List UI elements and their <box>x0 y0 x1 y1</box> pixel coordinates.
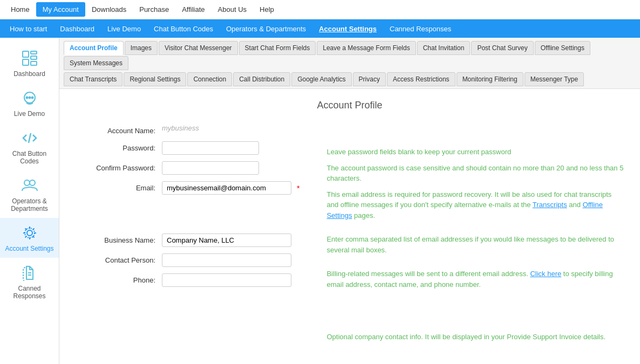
sidebar-label-livedemo: Live Demo <box>14 110 45 118</box>
email-hint-1: This email address is required for passw… <box>326 189 624 221</box>
svg-point-7 <box>29 97 30 99</box>
tab-regional-settings[interactable]: Regional Settings <box>124 72 186 86</box>
password-row: Password: <box>76 141 299 155</box>
required-star: * <box>297 184 299 193</box>
settings-icon <box>20 223 39 243</box>
tab-chat-transcripts[interactable]: Chat Transcripts <box>64 72 122 86</box>
tab-row-2: Chat Transcripts Regional Settings Conne… <box>64 72 636 86</box>
password-label: Password: <box>76 141 162 152</box>
form-title: Account Profile <box>76 100 624 111</box>
top-nav-item-downloads[interactable]: Downloads <box>85 2 133 17</box>
sidebar-item-operators[interactable]: Operators & Departments <box>0 170 59 218</box>
phone-input[interactable] <box>162 273 291 287</box>
contact-person-input[interactable] <box>162 253 291 267</box>
tab-offline-settings[interactable]: Offline Settings <box>535 41 590 55</box>
phone-label: Phone: <box>76 273 162 284</box>
tab-images[interactable]: Images <box>125 41 158 55</box>
contact-person-label: Contact Person: <box>76 253 162 264</box>
sidebar-label-chatbuttoncodes: Chat Button Codes <box>3 150 56 165</box>
code-icon <box>20 128 39 148</box>
top-nav-item-purchase[interactable]: Purchase <box>133 2 175 17</box>
tab-post-chat[interactable]: Post Chat Survey <box>471 41 533 55</box>
tab-account-profile[interactable]: Account Profile <box>64 41 124 55</box>
main-layout: Dashboard Live Demo <box>0 38 640 364</box>
contact-person-input-area <box>162 253 291 267</box>
account-name-input-area: mybusiness <box>162 124 199 132</box>
svg-point-6 <box>26 97 28 99</box>
form-left: Account Name: mybusiness Password: <box>76 124 299 293</box>
second-nav: How to start Dashboard Live Demo Chat Bu… <box>0 19 640 38</box>
confirm-password-input-area <box>162 161 259 175</box>
sidebar-item-chatbuttoncodes[interactable]: Chat Button Codes <box>0 123 59 170</box>
email-pages: pages. <box>354 211 375 219</box>
email-input[interactable] <box>162 181 291 195</box>
email-and: and <box>569 201 581 209</box>
business-name-label: Business Name: <box>76 233 162 244</box>
svg-point-8 <box>31 97 33 99</box>
sidebar-item-livedemo[interactable]: Live Demo <box>0 83 59 123</box>
sidebar-item-cannedresponses[interactable]: Canned Responses <box>0 258 59 305</box>
svg-line-9 <box>29 133 31 143</box>
top-nav-item-home[interactable]: Home <box>4 2 36 17</box>
contact-person-row: Contact Person: <box>76 253 299 267</box>
content-area: Account Profile Images Visitor Chat Mess… <box>59 38 640 364</box>
password-info: Leave password fields blank to keep your… <box>326 147 624 184</box>
business-name-input[interactable] <box>162 233 291 247</box>
second-nav-accountsettings[interactable]: Account Settings <box>314 23 382 35</box>
svg-point-11 <box>30 180 35 186</box>
chat-icon <box>20 88 39 108</box>
email-input-area: * <box>162 181 299 195</box>
tab-system-messages[interactable]: System Messages <box>64 56 128 70</box>
sidebar-item-accountsettings[interactable]: Account Settings <box>0 218 59 258</box>
sidebar-label-accountsettings: Account Settings <box>5 245 53 252</box>
svg-rect-2 <box>31 56 37 59</box>
sidebar-item-dashboard[interactable]: Dashboard <box>0 43 59 83</box>
password-hint-2: The account password is case sensitive a… <box>326 163 624 184</box>
tab-leave-message[interactable]: Leave a Message Form Fields <box>317 41 416 55</box>
top-nav: Home My Account Downloads Purchase Affil… <box>0 0 640 19</box>
email-hint-2: Enter comma separated list of email addr… <box>326 234 624 255</box>
second-nav-howtostart[interactable]: How to start <box>4 23 52 35</box>
tab-google-analytics[interactable]: Google Analytics <box>291 72 351 86</box>
tab-messenger-type[interactable]: Messenger Type <box>525 72 584 86</box>
account-name-row: Account Name: mybusiness <box>76 124 299 135</box>
tab-connection[interactable]: Connection <box>187 72 232 86</box>
tab-row-1: Account Profile Images Visitor Chat Mess… <box>64 41 636 70</box>
top-nav-item-aboutus[interactable]: About Us <box>212 2 253 17</box>
second-nav-cannedresponses[interactable]: Canned Responses <box>384 23 457 35</box>
top-nav-item-affiliate[interactable]: Affiliate <box>175 2 211 17</box>
second-nav-chatbuttoncodes[interactable]: Chat Button Codes <box>148 23 219 35</box>
svg-rect-0 <box>23 51 29 57</box>
svg-point-10 <box>24 180 30 186</box>
tab-access-restrictions[interactable]: Access Restrictions <box>387 72 455 86</box>
phone-input-area <box>162 273 291 287</box>
account-name-value: mybusiness <box>162 124 199 132</box>
top-nav-item-help[interactable]: Help <box>253 2 281 17</box>
tab-privacy[interactable]: Privacy <box>353 72 386 86</box>
business-info: Optional company contact info. It will b… <box>326 332 624 342</box>
second-nav-operators[interactable]: Operators & Departments <box>221 23 311 35</box>
second-nav-livedemo[interactable]: Live Demo <box>102 23 146 35</box>
password-input[interactable] <box>162 141 259 155</box>
svg-rect-4 <box>31 61 37 65</box>
tab-visitor-chat[interactable]: Visitor Chat Messenger <box>159 41 238 55</box>
sidebar-label-dashboard: Dashboard <box>13 70 45 78</box>
tab-start-chat-form[interactable]: Start Chat Form Fields <box>239 41 316 55</box>
click-here-link[interactable]: Click here <box>530 270 561 278</box>
business-hint: Optional company contact info. It will b… <box>326 332 624 342</box>
confirm-password-input[interactable] <box>162 161 259 175</box>
second-nav-dashboard[interactable]: Dashboard <box>55 23 100 35</box>
svg-rect-3 <box>23 59 29 65</box>
tab-call-distribution[interactable]: Call Distribution <box>233 72 290 86</box>
tab-monitoring-filtering[interactable]: Monitoring Filtering <box>457 72 523 86</box>
email-hint-3-text: Billing-related messages will be sent to… <box>326 270 528 278</box>
business-name-input-area <box>162 233 291 247</box>
form-columns: Account Name: mybusiness Password: <box>76 124 624 348</box>
business-name-row: Business Name: <box>76 233 299 247</box>
operators-icon <box>20 176 39 195</box>
tab-chat-invitation[interactable]: Chat Invitation <box>417 41 471 55</box>
tab-bar: Account Profile Images Visitor Chat Mess… <box>59 38 640 89</box>
transcripts-link[interactable]: Transcripts <box>533 201 567 209</box>
svg-rect-1 <box>31 51 37 54</box>
top-nav-item-myaccount[interactable]: My Account <box>36 2 85 17</box>
